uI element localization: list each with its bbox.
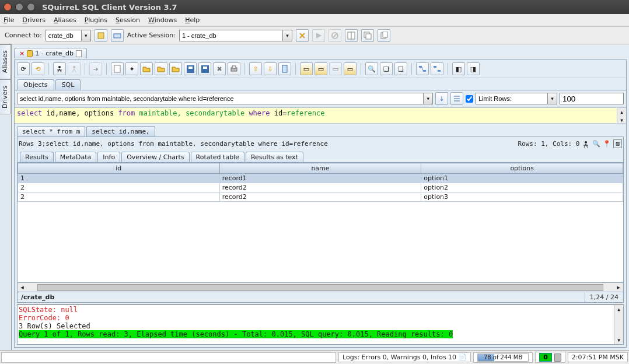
refresh-icon[interactable]: ⟳ (17, 62, 30, 75)
query-history-input[interactable] (18, 93, 423, 104)
table-row[interactable]: 1record1option1 (18, 174, 623, 183)
close-result-icon[interactable]: ⊠ (613, 139, 622, 148)
window-close-icon[interactable] (4, 3, 12, 11)
col-header[interactable]: options (421, 163, 623, 174)
svg-line-23 (422, 67, 423, 71)
bookmarks-icon[interactable]: ❑ (380, 62, 393, 75)
run-person-icon[interactable] (582, 140, 590, 148)
bookmark-icon[interactable] (278, 62, 291, 75)
col-header[interactable]: name (219, 163, 421, 174)
limit-rows-checkbox[interactable] (466, 95, 473, 103)
run-icon[interactable]: ⟲ (32, 62, 44, 75)
plugin-2-icon[interactable]: ◨ (467, 62, 480, 75)
history-down-icon[interactable]: ↓ (435, 92, 448, 105)
menu-session[interactable]: Session (116, 16, 140, 24)
result-tab[interactable]: Rotated table (191, 152, 244, 162)
group-2-icon[interactable]: ▭ (314, 62, 327, 75)
session-action-1[interactable] (296, 29, 309, 42)
open-folder-icon[interactable] (140, 62, 153, 75)
window-minimize-icon[interactable] (15, 3, 23, 11)
message-console[interactable]: SQLState: null ErrorCode: 0 3 Row(s) Sel… (17, 305, 624, 345)
chevron-down-icon[interactable]: ▾ (423, 93, 432, 104)
history-tab[interactable]: select * from m (17, 126, 85, 136)
sql-editor[interactable]: select id,name, options from maintable, … (15, 107, 626, 124)
tab-objects[interactable]: Objects (17, 79, 54, 90)
group-4-icon[interactable]: ▭ (344, 62, 357, 75)
tags-icon[interactable]: ❑ (394, 62, 407, 75)
memory-text: 78 of 244 MB (478, 354, 528, 360)
scroll-left-icon[interactable]: ◂ (18, 284, 27, 291)
result-tab[interactable]: MetaData (55, 152, 97, 162)
sidetab-drivers[interactable]: Drivers (0, 79, 11, 114)
result-tab[interactable]: Info (97, 152, 120, 162)
scroll-thumb[interactable] (37, 284, 603, 291)
graph-2-icon[interactable] (431, 62, 443, 75)
append-icon[interactable] (169, 62, 182, 75)
print-icon[interactable] (228, 62, 240, 75)
save-as-icon[interactable] (198, 62, 211, 75)
run-person-icon[interactable] (53, 62, 66, 75)
scroll-right-icon[interactable]: ▸ (614, 284, 623, 291)
result-tab[interactable]: Results as text (246, 152, 303, 162)
chevron-down-icon[interactable]: ▾ (81, 30, 90, 41)
save-icon[interactable] (184, 62, 197, 75)
trash-icon[interactable] (554, 354, 561, 362)
memory-meter: 78 of 244 MB (477, 354, 529, 362)
magnify-icon[interactable]: 🔍 (592, 140, 600, 148)
menu-help[interactable]: Help (185, 16, 200, 24)
close-icon[interactable]: × (19, 50, 25, 57)
connect-to-combo[interactable]: ▾ (46, 30, 91, 41)
chevron-down-icon[interactable]: ▾ (547, 93, 557, 104)
chevron-down-icon[interactable]: ▾ (282, 30, 292, 41)
menu-windows[interactable]: Windows (148, 16, 177, 24)
open-folder-2-icon[interactable] (155, 62, 167, 75)
history-list-icon[interactable] (450, 92, 463, 105)
editor-scrollbar[interactable]: ▴▾ (617, 108, 626, 123)
group-1-icon[interactable]: ▭ (300, 62, 313, 75)
tab-sql[interactable]: SQL (55, 79, 81, 90)
cell: 2 (18, 183, 220, 192)
query-history-combo[interactable]: ▾ (17, 93, 433, 104)
pin-icon[interactable]: 📍 (603, 140, 611, 148)
new-sql-icon[interactable] (111, 62, 124, 75)
table-row[interactable]: 2record2option2 (18, 183, 623, 192)
col-header[interactable]: id (18, 163, 220, 174)
nav-down-icon[interactable]: ⇩ (264, 62, 277, 75)
menu-aliases[interactable]: Aliases (54, 16, 76, 24)
connect-to-input[interactable] (46, 30, 81, 41)
session-tab[interactable]: × 1 - crate_db (14, 48, 87, 58)
result-tab[interactable]: Results (20, 152, 54, 162)
graph-icon[interactable] (416, 62, 429, 75)
history-tab[interactable]: select id,name, (86, 126, 155, 136)
plugin-1-icon[interactable]: ◧ (452, 62, 465, 75)
active-session-input[interactable] (180, 30, 282, 41)
console-scrollbar[interactable]: ▴▾ (614, 305, 623, 344)
svg-rect-16 (201, 65, 209, 73)
hscrollbar[interactable]: ◂ ▸ (17, 283, 624, 292)
status-logs[interactable]: Logs: Errors 0, Warnings 0, Infos 10 📄 (338, 352, 471, 362)
connect-button[interactable] (95, 29, 107, 42)
svg-rect-8 (366, 34, 371, 39)
tile-button[interactable] (345, 29, 358, 42)
table-row[interactable]: 2record2option3 (18, 192, 623, 202)
menu-drivers[interactable]: Drivers (22, 16, 46, 24)
window-maximize-icon[interactable] (27, 3, 35, 11)
active-session-combo[interactable]: ▾ (179, 30, 292, 41)
statusbar: Logs: Errors 0, Warnings 0, Infos 10 📄 7… (0, 350, 629, 364)
status-spacer (1, 352, 336, 363)
nav-up-icon[interactable]: ⇧ (249, 62, 262, 75)
result-tab[interactable]: Overview / Charts (121, 152, 189, 162)
result-table-wrap[interactable]: idnameoptions 1record1option12record2opt… (17, 163, 624, 283)
copy-button[interactable] (378, 29, 390, 42)
delete-icon[interactable]: ✖ (213, 62, 226, 75)
new-session-button[interactable] (111, 29, 124, 42)
configure-icon[interactable]: ✦ (125, 62, 138, 75)
search-icon[interactable]: 🔍 (365, 62, 378, 75)
cascade-button[interactable] (361, 29, 374, 42)
svg-marker-2 (316, 33, 322, 38)
limit-rows-value[interactable] (560, 93, 624, 104)
limit-rows-combo[interactable]: ▾ (476, 93, 557, 104)
sidetab-aliases[interactable]: Aliases (0, 44, 11, 79)
menu-plugins[interactable]: Plugins (85, 16, 107, 24)
menu-file[interactable]: File (4, 16, 14, 24)
